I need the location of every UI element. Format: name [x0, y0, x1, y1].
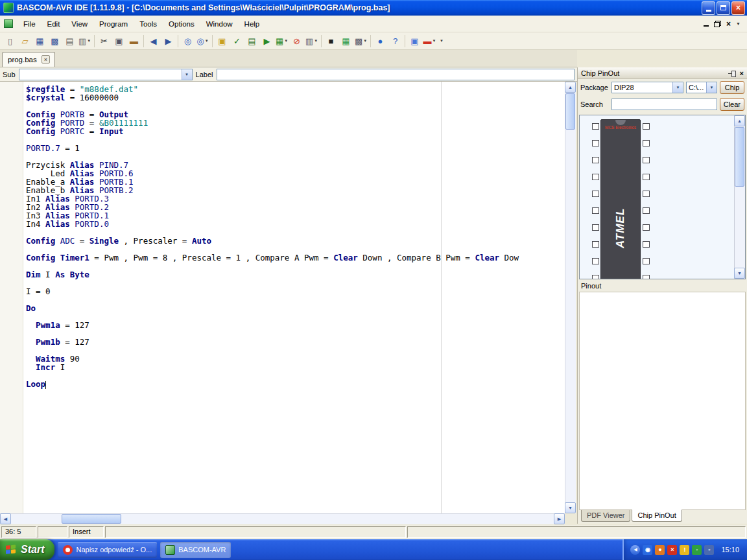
bascom-app-icon[interactable]: [3, 3, 14, 13]
chevron-down-icon[interactable]: ▼: [433, 39, 436, 43]
chevron-down-icon[interactable]: ▼: [314, 39, 318, 43]
chevron-down-icon[interactable]: ▼: [284, 39, 288, 43]
code-text[interactable]: $regfile = "m88def.dat"$crystal = 160000…: [26, 85, 519, 388]
scroll-left-icon[interactable]: ◀: [0, 513, 11, 524]
program-chip-icon[interactable]: ▦▼: [274, 34, 289, 48]
code-line[interactable]: Dim I As Byte: [26, 270, 519, 279]
auto-hide-pin-icon[interactable]: [728, 69, 737, 77]
menu-item-help[interactable]: Help: [239, 18, 266, 30]
find-icon[interactable]: ◎: [180, 34, 195, 48]
security-shield-icon[interactable]: !: [680, 545, 689, 555]
help-icon[interactable]: ?: [388, 34, 403, 48]
code-line[interactable]: Config PORTC = Input: [26, 127, 519, 135]
chevron-down-icon[interactable]: ▼: [205, 39, 209, 43]
code-line[interactable]: Waitms 90: [26, 355, 519, 363]
chip-scroll-thumb[interactable]: [735, 127, 744, 187]
code-line[interactable]: Config Timer1 = Pwm , Pwm = 8 , Prescale…: [26, 253, 519, 262]
code-line[interactable]: [26, 329, 519, 338]
show-result-icon[interactable]: ▤: [244, 34, 259, 48]
mdi-minimize-button[interactable]: [704, 21, 709, 27]
menu-item-file[interactable]: File: [18, 18, 42, 30]
chevron-down-icon[interactable]: ▼: [87, 39, 91, 43]
vertical-scroll-thumb[interactable]: [565, 93, 575, 130]
lcd-designer-icon[interactable]: ▦: [338, 34, 353, 48]
editor-horizontal-scrollbar[interactable]: ◀ ▶: [0, 513, 565, 524]
label-dropdown[interactable]: [217, 69, 575, 80]
chevron-down-icon[interactable]: ▼: [706, 82, 717, 93]
save-all-icon[interactable]: ▩: [47, 34, 62, 48]
chevron-down-icon[interactable]: ▼: [672, 82, 683, 93]
menu-item-options[interactable]: Options: [163, 18, 200, 30]
pdf-export-icon[interactable]: ▬▼: [422, 34, 437, 48]
package-dropdown[interactable]: DIP28 ▼: [611, 82, 683, 93]
code-line[interactable]: Loop: [26, 380, 519, 388]
code-line[interactable]: [26, 262, 519, 270]
path-dropdown[interactable]: C:\... ▼: [686, 82, 717, 93]
print-icon[interactable]: ▥▼: [77, 34, 92, 48]
chip-image-view[interactable]: MCS Electronics ATMEL ▲ ▼: [579, 115, 746, 279]
hide-icons-chevron-icon[interactable]: ◀: [630, 545, 640, 555]
mdi-restore-button[interactable]: [714, 21, 721, 27]
terminal-emulator-icon[interactable]: ■: [324, 34, 338, 48]
scroll-up-icon[interactable]: ▲: [565, 82, 576, 93]
menu-overflow-icon[interactable]: ▼: [736, 21, 741, 26]
toolbar-overflow-icon[interactable]: ▼: [440, 39, 444, 43]
start-button[interactable]: Start: [0, 539, 54, 560]
code-line[interactable]: [26, 312, 519, 321]
scroll-down-icon[interactable]: ▼: [734, 268, 745, 279]
scroll-up-icon[interactable]: ▲: [734, 115, 745, 126]
close-button[interactable]: ×: [731, 1, 745, 15]
menu-item-program[interactable]: Program: [93, 18, 134, 30]
code-line[interactable]: Pwm1a = 127: [26, 321, 519, 329]
panel-tab-chip-pinout[interactable]: Chip PinOut: [632, 509, 682, 522]
code-editor[interactable]: $regfile = "m88def.dat"$crystal = 160000…: [0, 82, 565, 513]
task-button-napisz-odpowied-o-[interactable]: Napisz odpowiedź - O...: [58, 542, 157, 558]
scroll-down-icon[interactable]: ▼: [565, 502, 576, 513]
tab-close-button[interactable]: ×: [42, 55, 50, 64]
code-line[interactable]: Do: [26, 304, 519, 312]
messenger-icon[interactable]: ◦: [692, 545, 702, 555]
chip-button[interactable]: Chip: [720, 81, 744, 94]
about-icon[interactable]: ●: [373, 34, 388, 48]
restore-button[interactable]: [717, 1, 730, 15]
scroll-right-icon[interactable]: ▶: [554, 513, 565, 524]
find-next-icon[interactable]: ◎▼: [195, 34, 210, 48]
stop-icon[interactable]: ⊘: [289, 34, 304, 48]
display-settings-icon[interactable]: ▫: [704, 545, 714, 555]
code-line[interactable]: PORTD.7 = 1: [26, 144, 519, 152]
settings-icon[interactable]: ▥▼: [304, 34, 319, 48]
network-activity-icon[interactable]: ◉: [643, 545, 652, 555]
tab-prog-bas[interactable]: prog.bas ×: [2, 52, 55, 67]
code-line[interactable]: [26, 135, 519, 144]
antivirus-icon[interactable]: ×: [667, 545, 677, 555]
mdi-close-button[interactable]: ×: [726, 19, 731, 29]
menu-item-tools[interactable]: Tools: [134, 18, 163, 30]
chip-view-scrollbar[interactable]: ▲ ▼: [734, 115, 745, 279]
save-file-icon[interactable]: ▦: [32, 34, 47, 48]
chevron-down-icon[interactable]: ▼: [182, 69, 192, 80]
sub-dropdown[interactable]: ▼: [19, 69, 193, 80]
code-line[interactable]: In4 Alias PORTD.0: [26, 220, 519, 228]
task-button-bascom-avr[interactable]: BASCOM-AVR: [160, 542, 231, 558]
search-input[interactable]: [611, 99, 717, 110]
syntax-check-icon[interactable]: ✓: [230, 34, 244, 48]
editor-vertical-scrollbar[interactable]: ▲ ▼: [565, 82, 576, 513]
code-line[interactable]: Config ADC = Single , Prescaler = Auto: [26, 237, 519, 245]
code-line[interactable]: [26, 296, 519, 304]
simulate-icon[interactable]: ▶: [259, 34, 274, 48]
pdf-view-icon[interactable]: ▣: [407, 34, 422, 48]
print-preview-icon[interactable]: ▤: [62, 34, 77, 48]
code-line[interactable]: [26, 346, 519, 355]
indent-icon[interactable]: ▶: [161, 34, 176, 48]
code-line[interactable]: I = 0: [26, 287, 519, 296]
menu-item-view[interactable]: View: [65, 18, 93, 30]
horizontal-scroll-thumb[interactable]: [62, 514, 121, 524]
cut-icon[interactable]: ✂: [97, 34, 112, 48]
code-line[interactable]: [26, 279, 519, 287]
clear-button[interactable]: Clear: [720, 98, 744, 111]
minimize-button[interactable]: [702, 1, 715, 15]
chip-panel-close-icon[interactable]: ×: [740, 69, 744, 77]
paste-icon[interactable]: ▬: [126, 34, 141, 48]
menu-item-edit[interactable]: Edit: [42, 18, 66, 30]
copy-icon[interactable]: ▣: [112, 34, 126, 48]
